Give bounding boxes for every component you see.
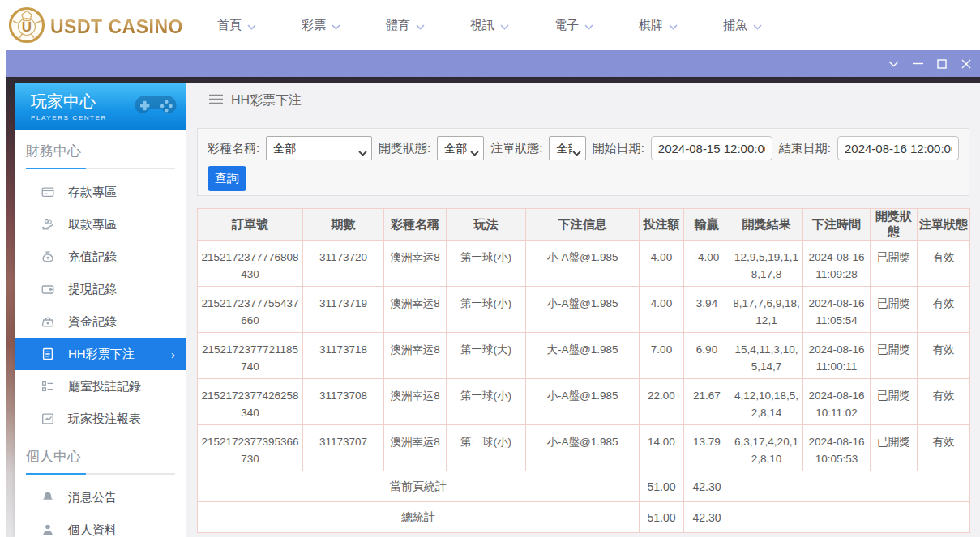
table-cell: 4.00 (640, 241, 684, 287)
table-cell: 有效 (918, 425, 970, 471)
sidebar-item-profile[interactable]: 個人資料 (15, 514, 186, 537)
table-cell: 已開獎 (871, 379, 918, 425)
nav-item-home[interactable]: 首頁 (195, 0, 279, 50)
window-dropdown-icon[interactable] (881, 50, 905, 77)
table-cell: 21.67 (684, 379, 730, 425)
nav-item-label: 首頁 (217, 18, 242, 33)
table-cell: 第一球(小) (447, 425, 526, 471)
main-content: HH彩票下注 彩種名稱: 全部 開獎狀態: 全部 (186, 83, 980, 537)
table-cell: 有效 (918, 287, 970, 333)
table-cell: 小-A盤@1.985 (526, 287, 640, 333)
table-row: 215217237772118574031173718澳洲幸运8第一球(大)大-… (198, 333, 970, 379)
chevron-down-icon (500, 19, 509, 32)
column-header: 開獎狀態 (871, 209, 918, 241)
lottery-name-label: 彩種名稱: (208, 141, 259, 156)
table-cell: 13.79 (684, 425, 730, 471)
table-cell: 6,3,17,4,20,12,8,10 (730, 425, 803, 471)
order-status-label: 注單狀態: (490, 141, 542, 156)
nav-item-label: 捕魚 (723, 18, 747, 33)
table-cell: 第一球(大) (447, 333, 526, 379)
hand-coins-icon (41, 217, 55, 232)
chart-icon (41, 411, 55, 426)
column-header: 下注時間 (803, 209, 871, 241)
sidebar-item-hall-bet-records[interactable]: 廳室投註記錄 (15, 370, 186, 403)
table-cell: 6.90 (684, 333, 730, 379)
start-date-input[interactable] (651, 136, 772, 160)
query-button[interactable]: 查詢 (208, 166, 246, 191)
gamepad-icon (133, 90, 178, 124)
column-header: 彩種名稱 (384, 209, 447, 241)
chevron-down-icon (669, 19, 678, 32)
column-header: 玩法 (447, 209, 526, 241)
column-header: 下注信息 (526, 209, 640, 241)
summary-winloss-total: 42.30 (684, 502, 730, 533)
sidebar-item-label: HH彩票下注 (68, 347, 135, 362)
breadcrumb: HH彩票下注 (209, 83, 302, 117)
list-icon (41, 379, 55, 394)
window-titlebar (6, 50, 980, 77)
sidebar-item-recharge-records[interactable]: 充值記錄 (15, 241, 186, 273)
sidebar-item-announcements[interactable]: 消息公告 (15, 481, 186, 514)
document-icon (41, 347, 55, 361)
column-header: 注單狀態 (918, 209, 970, 241)
window-maximize-icon[interactable] (930, 50, 954, 77)
table-cell: 2152172377776808430 (198, 241, 303, 287)
site-logo[interactable]: U USDT CASINO (8, 6, 183, 47)
table-cell: 小-A盤@1.985 (526, 425, 640, 471)
table-cell: 小-A盤@1.985 (526, 379, 640, 425)
table-cell: 8,17,7,6,9,18,12,1 (730, 287, 803, 333)
nav-item-slots[interactable]: 電子 (532, 0, 616, 50)
order-status-select[interactable]: 全部 (549, 136, 585, 160)
nav-item-video[interactable]: 視訊 (447, 0, 532, 50)
sidebar-item-label: 資金記錄 (68, 314, 117, 330)
section-rule (26, 473, 175, 475)
table-cell: 31173719 (303, 287, 384, 333)
nav-item-board[interactable]: 棋牌 (616, 0, 700, 50)
table-cell: 大-A盤@1.985 (526, 333, 640, 379)
purse-icon (41, 314, 55, 329)
hamburger-icon[interactable] (209, 93, 223, 108)
window-minimize-icon[interactable] (905, 50, 930, 77)
lottery-name-select[interactable]: 全部 (266, 136, 372, 160)
table-cell: 澳洲幸运8 (384, 241, 447, 287)
summary-row: 總統計51.0042.30 (198, 502, 970, 533)
table-cell: 2024-08-16 11:05:54 (803, 287, 871, 333)
chevron-down-icon (753, 19, 762, 32)
table-cell: 31173707 (303, 425, 384, 471)
table-row: 215217237775543766031173719澳洲幸运8第一球(小)小-… (198, 287, 970, 333)
table-cell: 澳洲幸运8 (384, 333, 447, 379)
table-cell: 澳洲幸运8 (384, 425, 447, 471)
bell-icon (41, 490, 55, 505)
sidebar-item-player-bet-report[interactable]: 玩家投注報表 (15, 403, 186, 435)
table-cell: 2152172377755437660 (198, 287, 303, 333)
chevron-down-icon (247, 19, 256, 32)
table-row: 215217237742625834031173708澳洲幸运8第一球(小)小-… (198, 379, 970, 425)
sidebar-item-deposit[interactable]: 存款專區 (15, 176, 186, 208)
window-close-icon[interactable] (954, 50, 978, 77)
draw-status-select[interactable]: 全部 (437, 136, 484, 160)
bets-table-wrap: 訂單號期數彩種名稱玩法下注信息投注額輸贏開獎結果下注時間開獎狀態注單狀態 215… (197, 208, 969, 533)
end-date-input[interactable] (837, 136, 959, 160)
nav-item-fishing[interactable]: 捕魚 (700, 0, 785, 50)
column-header: 訂單號 (198, 209, 303, 241)
table-cell: 2024-08-16 10:05:53 (803, 425, 871, 471)
sidebar-item-hh-lottery-bets[interactable]: HH彩票下注› (15, 338, 186, 370)
table-cell: 2152172377721185740 (198, 333, 303, 379)
table-cell: 已開獎 (871, 425, 918, 471)
sidebar-item-label: 存款專區 (68, 185, 117, 200)
start-date-label: 開始日期: (593, 141, 644, 156)
nav-item-lottery[interactable]: 彩票 (279, 0, 363, 50)
table-cell: 22.00 (640, 379, 684, 425)
sidebar-item-funds-records[interactable]: 資金記錄 (15, 305, 186, 338)
nav-item-sports[interactable]: 體育 (363, 0, 447, 50)
nav-item-label: 棋牌 (639, 18, 663, 33)
table-cell: 有效 (918, 241, 970, 287)
sidebar-item-withdrawal-records[interactable]: 提現記錄 (15, 273, 186, 305)
money-bag-icon (41, 249, 55, 264)
table-cell: 澳洲幸运8 (384, 379, 447, 425)
screen: U USDT CASINO 首頁彩票體育視訊電子棋牌捕魚 玩家中心 (0, 0, 980, 537)
sidebar-item-withdraw[interactable]: 取款專區 (15, 208, 186, 241)
table-cell: 3.94 (684, 287, 730, 333)
table-cell: 小-A盤@1.985 (526, 241, 640, 287)
table-row: 215217237739536673031173707澳洲幸运8第一球(小)小-… (198, 425, 970, 471)
